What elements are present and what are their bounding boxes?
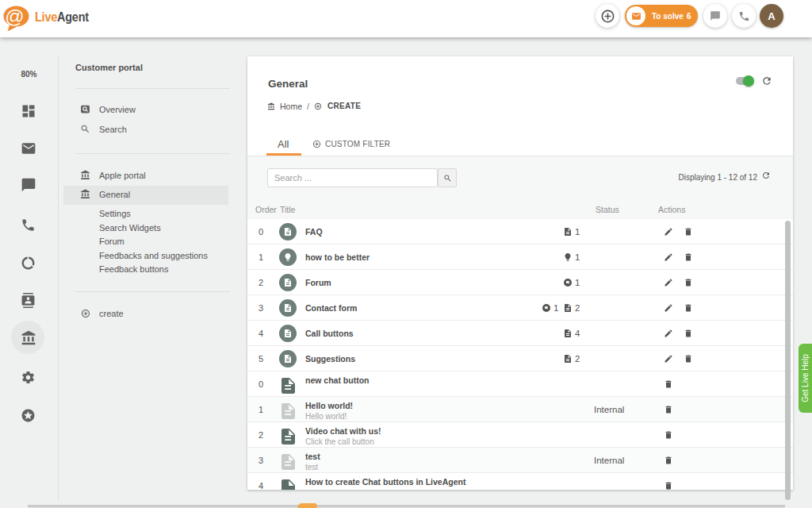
svg-text:@: @ bbox=[5, 6, 24, 27]
